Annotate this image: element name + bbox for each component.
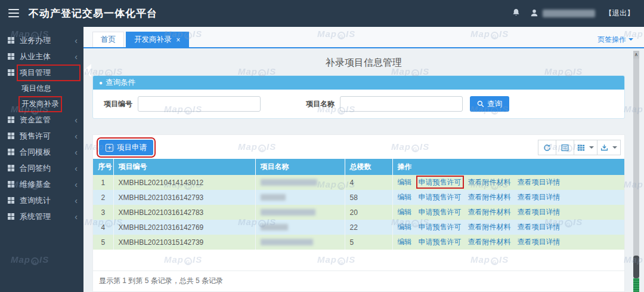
search-button[interactable]: 查询: [470, 96, 509, 112]
logout-link[interactable]: 【退出】: [605, 8, 634, 19]
cell-operations: 编辑申请预售许可查看附件材料查看项目详情: [392, 190, 624, 205]
user-account[interactable]: [530, 8, 595, 19]
scroll-up-arrow-icon[interactable]: ∧: [633, 51, 639, 59]
op-link-查看附件材料[interactable]: 查看附件材料: [468, 223, 511, 231]
sidebar-item-label: 查询统计: [20, 195, 75, 206]
dot-icon: ●: [99, 80, 103, 86]
project-name-input[interactable]: [340, 96, 463, 112]
sidebar-item-合同模板[interactable]: 合同模板‹: [0, 144, 83, 160]
table-header-row: 序号项目编号项目名称总楼数操作: [93, 159, 624, 175]
op-link-申请预售许可[interactable]: 申请预售许可: [419, 223, 462, 231]
table-row: 5XMBHBL202103151427395编辑申请预售许可查看附件材料查看项目…: [93, 235, 624, 250]
sidebar-item-label: 业务办理: [20, 35, 75, 46]
sidebar-item-查询统计[interactable]: 查询统计‹: [0, 192, 83, 208]
sidebar-item-label: 预售许可: [20, 131, 75, 142]
chevron-left-icon: ‹: [75, 213, 78, 221]
cell-project-name-blurred: [255, 175, 345, 190]
cell-project-code: XMBHBL20210414143012: [113, 175, 255, 190]
cell-project-code: XMBHBL20210315142739: [113, 235, 255, 250]
export-button[interactable]: [597, 140, 621, 155]
op-link-查看项目详情[interactable]: 查看项目详情: [518, 223, 561, 231]
table-row: 2XMBHBL2021031614279358编辑申请预售许可查看附件材料查看项…: [93, 190, 624, 205]
sidebar-subitem-开发商补录[interactable]: 开发商补录: [0, 96, 83, 112]
column-header-序号: 序号: [93, 159, 113, 175]
columns-button[interactable]: [574, 140, 597, 155]
scrollbar-grip[interactable]: [633, 278, 639, 292]
column-header-项目名称: 项目名称: [255, 159, 345, 175]
pagination-info: 显示第 1 到第 5 条记录，总共 5 条记录: [93, 271, 624, 291]
cell-row-number: 5: [93, 235, 113, 250]
op-link-查看项目详情[interactable]: 查看项目详情: [518, 193, 561, 201]
add-project-button[interactable]: + 项目申请: [99, 140, 153, 155]
projects-table: 序号项目编号项目名称总楼数操作 1XMBHBL202104141430124编辑…: [93, 159, 624, 250]
cell-operations: 编辑申请预售许可查看附件材料查看项目详情: [392, 235, 624, 250]
tab-首页[interactable]: 首页: [92, 32, 124, 47]
top-navbar: 不动产登记交易一体化平台 【退出】: [0, 0, 644, 27]
sidebar-item-系统管理[interactable]: 系统管理‹: [0, 208, 83, 225]
grid-icon: [8, 213, 14, 220]
chevron-left-icon: ‹: [75, 196, 78, 205]
cell-row-number: 1: [93, 175, 113, 190]
chevron-down-icon: [628, 38, 633, 41]
op-link-查看附件材料[interactable]: 查看附件材料: [468, 208, 511, 216]
refresh-button[interactable]: [538, 140, 556, 155]
sidebar-item-业务办理[interactable]: 业务办理‹: [0, 32, 83, 48]
op-link-编辑[interactable]: 编辑: [398, 223, 412, 231]
op-link-查看项目详情[interactable]: 查看项目详情: [518, 238, 561, 246]
project-code-input[interactable]: [138, 96, 261, 112]
op-link-查看项目详情[interactable]: 查看项目详情: [518, 208, 561, 216]
scrollbar-thumb[interactable]: [633, 256, 639, 278]
tab-actions-dropdown[interactable]: 页签操作: [597, 35, 633, 45]
table-toolbar: [538, 140, 621, 155]
op-link-查看附件材料[interactable]: 查看附件材料: [468, 193, 511, 201]
close-icon[interactable]: ×: [177, 36, 181, 44]
sidebar-item-项目管理[interactable]: 项目管理: [0, 64, 83, 81]
sidebar-item-label: 系统管理: [20, 211, 75, 222]
user-icon: [530, 8, 538, 19]
blurred-text: [261, 209, 315, 216]
op-link-申请预售许可[interactable]: 申请预售许可: [419, 208, 462, 216]
grid-icon: [8, 165, 14, 171]
column-header-项目编号: 项目编号: [113, 159, 255, 175]
cell-total-buildings: 20: [345, 205, 392, 220]
sidebar-item-预售许可[interactable]: 预售许可‹: [0, 128, 83, 144]
sidebar-item-label: 合同签约: [20, 163, 75, 174]
toggle-view-icon: [561, 144, 569, 152]
vertical-scrollbar[interactable]: ∧: [633, 51, 639, 292]
toggle-view-button[interactable]: [556, 140, 574, 155]
username-blurred: [543, 10, 595, 17]
hamburger-menu-icon[interactable]: [8, 9, 19, 20]
sidebar-item-维修基金[interactable]: 维修基金‹: [0, 176, 83, 192]
chevron-left-icon: ‹: [75, 53, 78, 61]
content-area: 首页开发商补录× 页签操作 补录项目信息管理 ● 查询条件 项目编号 项目名称 …: [83, 27, 644, 292]
bell-icon[interactable]: [512, 8, 521, 19]
chevron-left-icon: ‹: [75, 116, 78, 124]
op-link-编辑[interactable]: 编辑: [398, 238, 412, 246]
op-link-编辑[interactable]: 编辑: [398, 193, 412, 201]
op-link-编辑[interactable]: 编辑: [398, 178, 412, 186]
sidebar-item-合同签约[interactable]: 合同签约‹: [0, 160, 83, 176]
cell-total-buildings: 4: [345, 175, 392, 190]
sidebar-item-从业主体[interactable]: 从业主体‹: [0, 48, 83, 64]
op-link-编辑[interactable]: 编辑: [398, 208, 412, 216]
sidebar-subitem-label: 项目信息: [21, 84, 51, 94]
op-link-查看附件材料[interactable]: 查看附件材料: [468, 178, 511, 186]
op-link-申请预售许可[interactable]: 申请预售许可: [419, 178, 462, 186]
blurred-text: [261, 224, 288, 230]
blurred-text: [261, 179, 317, 186]
sidebar-subitem-项目信息[interactable]: 项目信息: [0, 81, 83, 96]
sidebar-item-label: 项目管理: [20, 67, 78, 78]
refresh-icon: [543, 144, 551, 152]
column-header-总楼数: 总楼数: [345, 159, 392, 175]
op-link-查看附件材料[interactable]: 查看附件材料: [468, 238, 511, 246]
op-link-申请预售许可[interactable]: 申请预售许可: [419, 238, 462, 246]
tab-开发商补录[interactable]: 开发商补录×: [126, 32, 189, 47]
query-panel: ● 查询条件 项目编号 项目名称 查询: [92, 75, 625, 119]
op-link-申请预售许可[interactable]: 申请预售许可: [419, 193, 462, 201]
sidebar-item-label: 从业主体: [20, 51, 75, 62]
chevron-down-icon: [612, 146, 617, 149]
cell-operations: 编辑申请预售许可查看附件材料查看项目详情: [392, 205, 624, 220]
sidebar-item-资金监管[interactable]: 资金监管‹: [0, 112, 83, 128]
op-link-查看项目详情[interactable]: 查看项目详情: [518, 178, 561, 186]
cell-total-buildings: 58: [345, 190, 392, 205]
